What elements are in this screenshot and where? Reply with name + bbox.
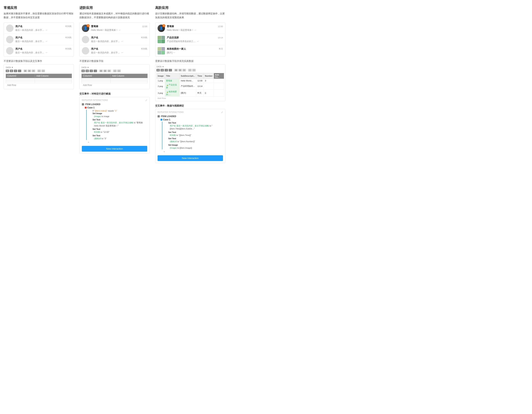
pin-icon: ↩ (197, 40, 199, 43)
expand-icon[interactable]: ⤢ (145, 99, 147, 102)
add-row-btn[interactable]: Add Row (6, 83, 72, 87)
avatar-badge: 3 (162, 24, 165, 27)
col-time[interactable]: Time (196, 73, 204, 79)
chat-time: 时间戳 (141, 36, 147, 39)
pin-icon: ↩ (46, 51, 48, 54)
toolbar-icon[interactable]: → (42, 70, 45, 72)
avatar: 👤 3 (158, 25, 165, 32)
action-block: Set Text 用户名 最后一条消息内容，多出字体以省略 to "[[Item… (168, 122, 223, 130)
chat-item: 👤 3 曹蜀泰 12:00 Hello World！我是曹蜀泰！ ↩ (80, 23, 149, 34)
plus-btn[interactable]: + (88, 141, 147, 144)
intermediate-chat-card: 👤 3 曹蜀泰 12:00 Hello World！我是曹蜀泰！ ↩ (79, 23, 150, 56)
chat-time: 13:14 (218, 37, 223, 39)
section-intermediate: 进阶应用 通过对组件直接赋值文本或图片，对中继器内指定的数据行进行模拟数据演示，… (79, 6, 150, 165)
toolbar-icon[interactable]: ⊟ (161, 69, 164, 71)
chat-time: 时间戳 (65, 25, 71, 28)
toolbar-icon[interactable]: ≡ (32, 70, 35, 72)
add-row-btn[interactable]: Add Row (81, 83, 148, 87)
toolbar-icon[interactable]: ≡ (165, 69, 168, 71)
table-row: 2.png 🍃产品交流群 产品经理如何... 13:14 (157, 83, 224, 90)
case-square (85, 107, 87, 109)
toolbar-icon[interactable]: ↑ (169, 69, 172, 71)
pin-icon: ↩ (121, 51, 123, 54)
advanced-chat-card: 👤 3 曹蜀泰 12:00 Hello World！我是曹蜀泰！ ↩ (155, 23, 225, 56)
toolbar-icon[interactable]: ≡ (90, 70, 93, 72)
chat-preview: Hello World！我是曹蜀泰！ (167, 29, 194, 32)
toolbar-icon[interactable]: → (117, 70, 121, 72)
section-advanced: 高阶应用 设计完整的数据结构，并填写模拟数据，通过数据绑定操作，以更加真实的视觉… (155, 6, 225, 165)
intermediate-data-area: DATA ▼ ⊞ ⊟ ≡ ↑ ⊞ ⊟ ≡ ← → Column0 Add Col… (79, 64, 150, 89)
case-title: Case 1 (87, 106, 95, 109)
col-add-header[interactable]: Add Column (110, 74, 147, 78)
toolbar-icon[interactable]: → (192, 69, 196, 71)
plus-btn-adv[interactable]: + (163, 150, 223, 153)
action-block: Set Text (微标)/0 to "[[Item.Number]]" (168, 137, 223, 143)
advanced-data-area: DATA ▼ ⊞ ⊟ ≡ ↑ ⊞ ⊟ ≡ ← → Image Title (155, 64, 225, 101)
condition-row: If "[[Item.index]]" equals "1" (93, 110, 147, 112)
toolbar-icon[interactable]: ≡ (14, 70, 17, 72)
section-basic: 常规应用 如果对展示数据并不要求，则仅需要在数据区添加空白行即可增加数据，并不需… (4, 6, 74, 165)
col-add-header[interactable]: Add Column (35, 74, 72, 78)
data-label: DATA ▼ (6, 66, 72, 68)
basic-chat-card: 用户名 时间戳 最后一条消息内容，多出字体以省略号代替... ↩ 用户名 时间戳 (4, 23, 74, 56)
section-intermediate-desc: 通过对组件直接赋值文本或图片，对中继器内指定的数据行进行模拟数据演示，不需要数据… (79, 12, 150, 19)
toolbar-icon[interactable]: ⊟ (28, 70, 31, 72)
col-image[interactable]: Image (157, 73, 165, 79)
chat-name: 用户名 (15, 47, 23, 51)
chat-item: 用户名 时间戳 最后一条消息内容，多出字体以省略号代替... ↩ (4, 34, 74, 45)
avatar (82, 47, 89, 55)
toolbar-icon[interactable]: ⊟ (179, 69, 182, 71)
table-row (6, 81, 72, 83)
toolbar-icon[interactable]: ⊞ (156, 69, 160, 71)
toolbar-icon[interactable]: ⊟ (86, 70, 89, 72)
toolbar-icon[interactable]: ↑ (18, 70, 21, 72)
table-row: 1.png 曹蜀泰 Hello World... 12:00 3 (157, 79, 224, 83)
pin-icon: ↩ (173, 51, 175, 54)
toolbar-icon[interactable]: ≡ (182, 69, 186, 71)
avatar (82, 36, 89, 43)
basic-table: Column0 Add Column (6, 74, 72, 83)
toolbar-icon[interactable]: ← (188, 69, 191, 71)
data-label: DATA ▼ (81, 66, 148, 68)
toolbar-icon[interactable]: ⊞ (81, 70, 85, 72)
col-header[interactable]: Column0 (82, 74, 111, 78)
toolbar-icon[interactable]: ↑ (94, 70, 97, 72)
col-header[interactable]: Column0 (6, 74, 35, 78)
col-subdesc[interactable]: SubDescripti... (180, 73, 196, 79)
col-number[interactable]: Number (204, 73, 214, 79)
toolbar: ⊞ ⊟ ≡ ↑ ⊞ ⊟ ≡ ← → (6, 70, 72, 72)
action-block: Set Image (Image) to [[Item.Image]] (168, 144, 223, 150)
chat-time: 时间戳 (65, 36, 71, 39)
toolbar-separator (22, 70, 23, 72)
toolbar-icon[interactable]: ⊞ (24, 70, 27, 72)
new-interaction-button[interactable]: New Interaction (82, 146, 147, 152)
toolbar-icon[interactable]: ⊞ (99, 70, 103, 72)
chat-preview: 最后一条消息内容，多出字体以省略号代替... (15, 40, 45, 43)
interactions-section-label-adv: 交互事件：数据与视图绑定 (155, 104, 225, 107)
chat-name: 曹蜀泰 (91, 25, 98, 28)
toolbar-icon[interactable]: ⊞ (174, 69, 178, 71)
case-title-adv: Case 1 (163, 118, 170, 121)
intermediate-footer-label: 不需要设计数据集字段 (79, 59, 150, 63)
chat-name: 相亲相爱的一家人 (167, 47, 186, 51)
col-title[interactable]: Title (165, 73, 180, 79)
toolbar-separator (187, 69, 187, 71)
toolbar-icon[interactable]: ⊟ (104, 70, 107, 72)
action-block: Set Text 时间戳 to "[[Item.Time]]" (168, 131, 223, 137)
add-row-btn[interactable]: Add Row (156, 97, 224, 100)
new-interaction-button-adv[interactable]: New Interaction (158, 155, 223, 161)
chat-preview: [图片] (167, 51, 172, 54)
section-intermediate-title: 进阶应用 (79, 6, 150, 10)
chat-preview: 最后一条消息内容，多出字体以省略号代替... (91, 51, 121, 54)
action-block: Set Text 用户名 最后一条消息内容，多出字体以省略 to "曹蜀泰 He… (93, 119, 147, 127)
chat-preview: 产品经理如何培养良好的工作习惯 (167, 40, 196, 43)
avatar (6, 25, 13, 32)
col-add[interactable]: Add Co... (214, 73, 224, 79)
toolbar-icon[interactable]: ≡ (107, 70, 111, 72)
expand-icon-adv[interactable]: ⤢ (221, 111, 223, 113)
toolbar-icon[interactable]: ⊟ (10, 70, 13, 72)
toolbar-icon[interactable]: ← (38, 70, 41, 72)
toolbar-icon[interactable]: ← (113, 70, 117, 72)
toolbar-icon[interactable]: ⊞ (6, 70, 9, 72)
avatar (6, 36, 13, 43)
